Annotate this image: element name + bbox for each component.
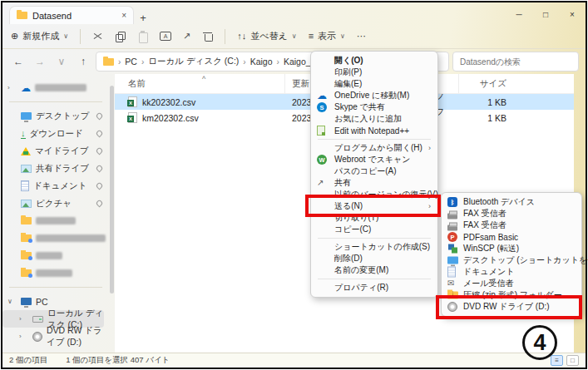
address-bar: ← → ∨ ↑ › PC › ローカル ディスク (C:) › Kaigo › …: [2, 49, 586, 74]
submenu-item-fax[interactable]: FAX 受信者: [442, 208, 581, 220]
shared-folder-icon: [21, 269, 32, 277]
sidebar-item-mydrive[interactable]: マイドライブ: [2, 142, 109, 160]
menu-item-notepadpp[interactable]: Edit with Notepad++: [311, 125, 437, 136]
submenu-item-bluetooth[interactable]: ᛒ Bluetooth デバイス: [442, 196, 581, 208]
scrollbar-thumb[interactable]: [110, 86, 114, 294]
pin-icon: [96, 130, 104, 138]
submenu-item-desktop-shortcut[interactable]: デスクトップ (ショートカットを作成): [442, 254, 581, 266]
sidebar-item-redacted-shared[interactable]: [2, 264, 109, 282]
view-button[interactable]: ≡ 表示 ∨: [309, 30, 345, 42]
collapse-icon[interactable]: ∨: [7, 298, 12, 305]
submenu-item-mail[interactable]: ✉ メール受信者: [442, 278, 581, 289]
sidebar-item-redacted-shared[interactable]: [2, 247, 109, 264]
menu-item-copy[interactable]: コピー(C): [311, 224, 437, 235]
shared-folder-icon: [21, 234, 32, 242]
cut-button[interactable]: [92, 31, 103, 42]
sidebar-item-onedrive[interactable]: › ☁: [2, 79, 109, 96]
google-drive-icon: [21, 147, 31, 155]
submenu-arrow-icon: ›: [428, 144, 431, 152]
toolbar-divider: [225, 29, 225, 44]
breadcrumb-item[interactable]: ローカル ディスク (C:): [148, 56, 239, 67]
sidebar-item-pictures[interactable]: ピクチャ: [2, 195, 109, 212]
menu-item-copy-path[interactable]: パスのコピー(A): [311, 165, 437, 177]
more-options-button[interactable]: ⋯: [357, 31, 366, 42]
disk-drive-icon: [32, 316, 43, 323]
csv-file-icon: [128, 96, 137, 107]
redacted-label: [36, 269, 72, 277]
sidebar-item-documents[interactable]: ドキュメント: [2, 177, 109, 195]
webroot-icon: W: [317, 155, 327, 165]
breadcrumb-item[interactable]: PC: [125, 57, 137, 67]
bluetooth-icon: ᛒ: [447, 197, 457, 207]
sort-button[interactable]: ↑↓ 並べ替え ∨: [237, 30, 296, 42]
maximize-button[interactable]: □: [532, 4, 559, 24]
submenu-item-documents[interactable]: ドキュメント: [442, 266, 581, 278]
list-view-toggle[interactable]: ≡: [551, 355, 563, 366]
up-button[interactable]: ↑: [74, 56, 92, 67]
pin-icon: [96, 200, 104, 208]
back-button[interactable]: ←: [9, 56, 27, 67]
pin-icon: [96, 182, 104, 190]
skype-icon: S: [317, 102, 327, 112]
column-header-size[interactable]: サイズ: [458, 74, 513, 93]
share-button[interactable]: ↗: [183, 32, 190, 41]
menu-item-rename[interactable]: 名前の変更(M): [311, 264, 437, 276]
status-bar: 2 個の項目 1 個の項目を選択 407 バイト ≡ □: [2, 353, 586, 368]
sidebar-item-redacted-shared[interactable]: [2, 229, 109, 247]
forward-button[interactable]: →: [31, 56, 49, 67]
breadcrumb-separator: ›: [116, 57, 122, 67]
menu-item-delete[interactable]: 削除(D): [311, 253, 437, 264]
menu-item-properties[interactable]: プロパティ(R): [311, 282, 437, 294]
minimize-button[interactable]: ─: [506, 4, 532, 24]
sidebar-item-shared-drive[interactable]: 共有ドライブ: [2, 160, 109, 177]
desktop-icon: [21, 112, 32, 120]
new-tab-button[interactable]: +: [134, 12, 152, 24]
search-input[interactable]: [452, 52, 579, 72]
copy-button[interactable]: [115, 31, 126, 42]
delete-button[interactable]: [202, 31, 213, 42]
sidebar-item-redacted-folder[interactable]: [2, 212, 109, 229]
menu-item-print[interactable]: 印刷(P): [311, 67, 437, 78]
column-header-name[interactable]: 名前 ^: [115, 74, 285, 93]
expand-icon[interactable]: ›: [7, 84, 10, 91]
menu-item-edit[interactable]: 編集(E): [311, 78, 437, 90]
folder-icon: [103, 58, 114, 66]
pin-icon: [96, 147, 104, 155]
explorer-tab[interactable]: Datasend ×: [9, 6, 134, 24]
tab-close-icon[interactable]: ×: [121, 11, 126, 20]
menu-item-add-favorites[interactable]: お気に入りに追加: [311, 113, 437, 125]
submenu-item-fax[interactable]: FAX 受信者: [442, 220, 581, 231]
sidebar-item-dvd-drive[interactable]: › DVD RW ドライブ (D:): [2, 328, 109, 345]
menu-item-onedrive-move[interactable]: ☁ OneDrive に移動(M): [311, 90, 437, 101]
recent-locations-button[interactable]: ∨: [52, 56, 71, 67]
sidebar-item-desktop[interactable]: デスクトップ: [2, 107, 109, 125]
menu-item-open[interactable]: 開く(O): [311, 55, 437, 67]
menu-item-open-with[interactable]: プログラムから開く(H) ›: [311, 142, 437, 154]
expand-icon[interactable]: ›: [19, 315, 22, 323]
annotation-box-send-to: [305, 195, 441, 217]
menu-item-skype-share[interactable]: S Skype で共有: [311, 101, 437, 113]
sidebar-scrollbar[interactable]: [109, 74, 115, 353]
new-button[interactable]: ⊕ 新規作成 ∨: [11, 30, 68, 42]
sort-arrows-icon: ↑↓: [237, 32, 246, 41]
breadcrumb-item[interactable]: Kaigo: [250, 57, 273, 67]
menu-divider: [318, 139, 431, 140]
selection-info: 1 個の項目を選択 407 バイト: [66, 355, 170, 366]
shared-folder-icon: [21, 252, 32, 259]
menu-item-share[interactable]: ↗ 共有: [311, 177, 437, 189]
submenu-item-winscp[interactable]: WinSCP (転送): [442, 243, 581, 254]
folder-icon: [21, 217, 32, 224]
winscp-icon: [447, 244, 458, 254]
rename-button[interactable]: [160, 32, 171, 41]
thumbnail-view-toggle[interactable]: □: [566, 355, 579, 366]
menu-item-webroot-scan[interactable]: W Webroot でスキャン: [311, 154, 437, 165]
tab-title: Datasend: [32, 11, 72, 21]
context-menu: 開く(O) 印刷(P) 編集(E) ☁ OneDrive に移動(M) S Sk…: [310, 51, 438, 298]
sidebar-item-downloads[interactable]: ↓ ダウンロード: [2, 125, 109, 142]
submenu-item-pdfsam[interactable]: P PDFsam Basic: [442, 231, 581, 243]
csv-file-icon: [128, 112, 137, 123]
expand-icon[interactable]: ›: [19, 333, 22, 340]
pin-icon: [96, 112, 104, 121]
menu-item-create-shortcut[interactable]: ショートカットの作成(S): [311, 241, 437, 253]
close-button[interactable]: ×: [559, 4, 586, 24]
